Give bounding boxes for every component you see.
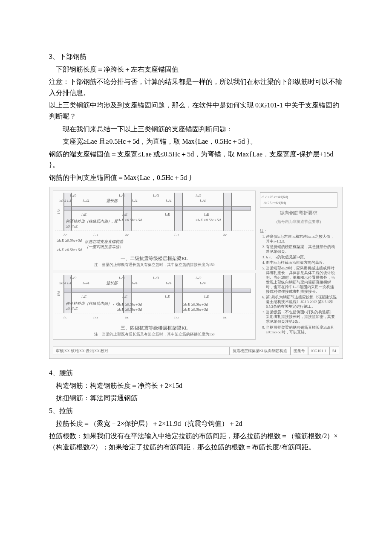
side-note-4: 图中hc为柱截面沿框架方向的高度。	[266, 260, 337, 265]
section-4-line-2: 抗扭钢筋：算法同贯通钢筋	[49, 393, 343, 404]
dim-lae-mid-1: lₐE	[81, 211, 86, 217]
dim2-lae05-2: ≥lₐE ≥0.5hc+5d	[117, 306, 142, 312]
dim-hc-3: hc	[223, 232, 227, 238]
section-3-note-2: 以上三类钢筋中均涉及到支座锚固问题，那么，在软件中是如何实现 03G101-1 …	[49, 100, 343, 121]
section-3-heading: 3、下部钢筋	[49, 51, 343, 62]
end-anchor-sub: （一至四级抗震等级）	[85, 244, 123, 250]
diagram-side-notes: d d<25 r=4d(6d) d≥25 r=6d(8d) 纵向钢筋弯折要求 (…	[258, 191, 339, 342]
dim-lni4-1: lₙᵢ/4	[83, 198, 89, 204]
dim-lae05-b1-1: ≥lₐE ≥0.5hc+5d	[117, 218, 142, 222]
dim-ln4-2: lₙ/4	[166, 198, 172, 204]
dim2-lae-mid-1: lₐE	[81, 294, 86, 300]
hook-line-1: d<25 r=4d(6d)	[265, 195, 288, 199]
side-note-7: 当梁纵筋（不包括侧面G打头的构造筋）采用绑扎搭接接长时，搭接区加密，其要求见第4…	[266, 310, 337, 324]
dim2-ln3-2: lₙ/3	[153, 275, 159, 281]
dim2-lae-mid-3: lₐE	[165, 294, 170, 300]
section-3-note-3: 现在我们来总结一下以上三类钢筋的支座锚固判断问题：	[49, 124, 343, 135]
dim-hc-2: hc	[125, 232, 129, 238]
side-note-5: 当梁端部d≥28时，应采用机械连接或焊对焊绑扎接长，具体参见具体工程的设计说明。…	[266, 266, 337, 294]
section-4-heading: 4、腰筋	[49, 367, 343, 379]
dim-lae-mid-3: lₐE	[165, 211, 170, 217]
column-2	[123, 193, 132, 231]
side-note-2: 有悬挑端的楼层框架梁，其悬挑部分的构造见第66页。	[266, 245, 337, 254]
footer-atlas-code: 03G101-1	[308, 347, 330, 355]
dim2-lni4-1: lₙᵢ/4	[83, 280, 89, 286]
dim2-hc-1: hc	[63, 314, 67, 320]
dim2-ln1: lₙ₁	[93, 314, 98, 320]
fifteen-d-label: 15d	[56, 208, 62, 214]
section-3-rule-2: 钢筋的端支座锚固值＝支座宽≤Lae 或≤0.5Hc＋5d，为弯锚，取 Max{L…	[49, 149, 343, 171]
section-3-rule-1: 支座宽≥Lae 且≥0.5Hc＋5d，为直锚，取 Max{Lae，0.5Hc＋5…	[49, 136, 343, 147]
diagram-footer: 审核|XX 核对|XX 设计|XX|校对 抗震楼层框架梁KL纵向钢筋构造 图集号…	[53, 345, 339, 355]
side-note-8: 当框层框架梁的纵向钢筋直锚长度≥lₐE且≥0.5hc+5d时，可以直锚。	[266, 325, 337, 335]
top-rebar-line	[63, 206, 251, 211]
column-3	[174, 193, 183, 231]
footer-approve: 审核|XX 核对|XX 设计|XX|校对	[53, 347, 230, 355]
dim2-ln4-3: lₙ/4	[200, 280, 206, 286]
hook-formula-box: d d<25 r=4d(6d) d≥25 r=6d(8d)	[260, 192, 337, 208]
section-5-line-2: 拉筋根数：如果我们没有在平法输入中给定拉筋的布筋间距，那么拉筋的根数＝（箍筋根数…	[49, 431, 343, 452]
beam-block-kl-1-2: 15d lₙᵢ/3 lₙ/3 lₙ/3 lₙ/3 ≥0.4 lₐE lₙᵢ/4 …	[53, 191, 256, 270]
dim-ln3-2: lₙ/3	[153, 193, 159, 199]
dim-tong-1: 通长筋	[106, 198, 118, 204]
dim-ln4-1: lₙ/4	[132, 198, 138, 204]
footer-desc: 抗震楼层框架梁KL纵向钢筋构造	[230, 347, 291, 355]
dim-ln4-3: lₙ/4	[200, 198, 206, 204]
dim-ln2: lₙ₂	[174, 232, 179, 238]
dim2-ln2: lₙ₂	[174, 314, 179, 320]
column2-4	[223, 275, 232, 313]
beam-2-note: 注：当梁的上部既有通长筋又有架立筋时，其中架立筋的搭接长度为150	[55, 332, 254, 338]
fifteen-d-label-2: 15d	[56, 291, 62, 297]
beam-1-title: 一、二级抗震等级楼层框架梁KL	[55, 255, 254, 263]
side-subtitle: (括号内为非抗造节点要求)	[260, 219, 337, 225]
dim2-ln4-2: lₙ/4	[166, 280, 172, 286]
end-anchor-lae: ≥lₐE ≥0.5hc+5d	[57, 239, 82, 243]
dim2-hc-3: hc	[223, 314, 227, 320]
dim-hc-1: hc	[63, 232, 67, 238]
dim-04lae-b1: ≥0.4lₐE	[66, 223, 78, 229]
beam-rebar-diagram: 15d lₙᵢ/3 lₙ/3 lₙ/3 lₙ/3 ≥0.4 lₐE lₙᵢ/4 …	[49, 187, 343, 359]
dim2-ln4-1: lₙ/4	[132, 280, 138, 286]
dim-lae-mid-4: lₐE	[204, 211, 209, 217]
dim2-tong-1: 通长筋	[106, 280, 118, 286]
side-title: 纵向钢筋弯折要求	[260, 209, 337, 217]
dim2-hc-2: hc	[125, 314, 129, 320]
section-5-line-1: 拉筋长度＝（梁宽－2×保护层）＋2×11.9d（抗震弯钩值）＋2d	[49, 418, 343, 429]
section-3-note-1: 注意：下部钢筋不论分排与否，计算的结果都是一样的，所以我们在标注梁的下部纵筋时可…	[49, 76, 343, 98]
section-5-heading: 5、拉筋	[49, 405, 343, 416]
beam-block-kl-3-4: 15d lₙᵢ/3 lₙ/3 lₙ/3 lₙ/3 ≥0.4 lₐE lₙᵢ/4 …	[53, 273, 256, 340]
hook-d-label: d	[262, 195, 264, 199]
side-note-1: 跨度值lₙ为左跨lₙᵢ和右跨lₙₙ₊₁之较大值，其中i=1,2,3.	[266, 234, 337, 244]
hook-line-2: d≥25 r=6d(8d)	[264, 201, 286, 205]
footer-page: 54	[329, 347, 339, 355]
side-note-3: lₐE、lₐ的取值见第34页。	[266, 255, 337, 260]
side-note-6: 第5则机为钢筋节连接应按照《混凝建筑混凝土结构技术规程》JGJ 3-2002 第…	[266, 295, 337, 309]
footer-atlas-label: 图集号	[291, 347, 308, 355]
dim-ln1: lₙ₁	[93, 232, 98, 238]
side-zhu: 注：	[260, 228, 337, 234]
section-3-rule-3: 钢筋的中间支座锚固值＝Max{Lae，0.5Hc＋5d }	[49, 172, 343, 183]
column2-3	[174, 275, 183, 313]
dim-lae05-b1-2: ≥lₐE ≥0.5hc+5d	[196, 218, 221, 222]
beam-1-note: 注：当梁的上部既有通长筋又有架立筋时，其中架立筋的搭接长度为150	[55, 262, 254, 268]
section-3-formula: 下部钢筋长度＝净跨长＋左右支座锚固值	[49, 64, 343, 75]
dim2-lae-mid-4: lₐE	[204, 294, 209, 300]
section-4-line-1: 构造钢筋：构造钢筋长度＝净跨长＋2×15d	[49, 380, 343, 391]
dim2-04lae-b: ≥0.4lₐE	[66, 306, 78, 312]
column-4	[223, 193, 232, 231]
dim2-lae05-4: ≥lₐE ≥0.5hc+5d	[183, 306, 208, 312]
beam-2-title: 三、四级抗震等级楼层框架梁KL	[55, 324, 254, 332]
end-anchor-lae-2: ≥lₐE ≥0.5hc+5d	[57, 248, 82, 252]
top-rebar-line-2	[63, 289, 251, 293]
